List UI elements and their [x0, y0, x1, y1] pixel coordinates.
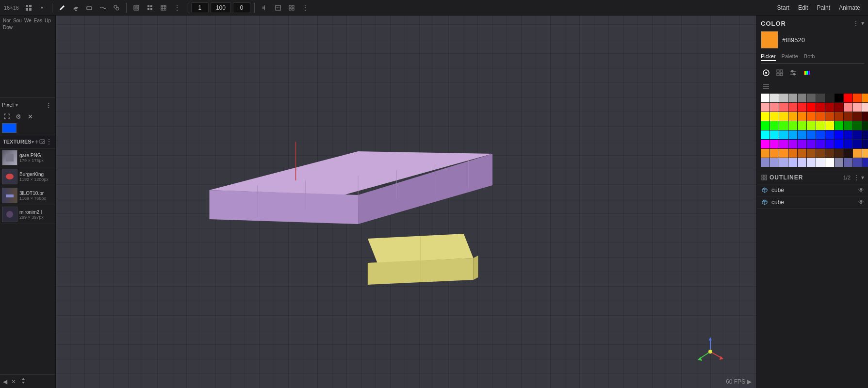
palette-cell[interactable] — [761, 121, 770, 130]
palette-cell[interactable] — [788, 140, 797, 148]
layout-icon[interactable] — [23, 2, 34, 14]
menu-paint[interactable]: Paint — [813, 3, 834, 12]
expand-btn[interactable] — [2, 112, 12, 121]
grid-btn[interactable] — [158, 2, 169, 14]
palette-cell[interactable] — [844, 112, 852, 121]
palette-cell[interactable] — [862, 130, 868, 139]
sidebar-close-btn[interactable]: ✕ — [11, 378, 16, 385]
outliner-item-2[interactable]: cube 👁 — [757, 196, 868, 209]
texture-item[interactable]: 3lLOT10.pr 1169 × 768px — [0, 186, 55, 205]
menu-start[interactable]: Start — [773, 3, 793, 12]
palette-cell[interactable] — [835, 94, 843, 102]
palette-cell[interactable] — [853, 158, 862, 167]
tab-picker[interactable]: Picker — [761, 53, 776, 61]
palette-cell[interactable] — [798, 121, 806, 130]
palette-cell[interactable] — [825, 149, 834, 158]
palette-cell[interactable] — [825, 112, 834, 121]
palette-cell[interactable] — [798, 94, 806, 102]
viewport-tab-nor[interactable]: Nor — [2, 17, 12, 24]
mask-tool-btn[interactable] — [131, 2, 142, 14]
draw-tool-btn[interactable] — [56, 2, 68, 14]
palette-cell[interactable] — [862, 112, 868, 121]
palette-cell[interactable] — [798, 112, 806, 121]
palette-cell[interactable] — [844, 158, 852, 167]
palette-cell[interactable] — [788, 121, 797, 130]
color-list-icon[interactable] — [761, 81, 771, 92]
palette-cell[interactable] — [788, 149, 797, 158]
extra-btn[interactable]: ⋮ — [299, 2, 311, 14]
palette-cell[interactable] — [770, 112, 779, 121]
palette-cell[interactable] — [844, 130, 852, 139]
palette-cell[interactable] — [816, 158, 825, 167]
clone-tool-btn[interactable] — [111, 2, 122, 14]
blend-input[interactable]: 0 — [233, 2, 250, 13]
palette-cell[interactable] — [844, 149, 852, 158]
textures-collapse[interactable]: ▾ — [32, 139, 34, 145]
palette-cell[interactable] — [816, 140, 825, 148]
palette-cell[interactable] — [835, 112, 843, 121]
palette-cell[interactable] — [825, 121, 834, 130]
palette-cell[interactable] — [816, 130, 825, 139]
palette-cell[interactable] — [761, 130, 770, 139]
palette-cell[interactable] — [807, 121, 816, 130]
palette-cell[interactable] — [770, 149, 779, 158]
palette-cell[interactable] — [779, 158, 788, 167]
color-spectrum-icon[interactable] — [802, 67, 812, 78]
palette-cell[interactable] — [816, 121, 825, 130]
texture-more-btn[interactable]: ⋮ — [46, 137, 52, 146]
palette-cell[interactable] — [853, 121, 862, 130]
palette-cell[interactable] — [835, 140, 843, 148]
palette-cell[interactable] — [807, 149, 816, 158]
palette-cell[interactable] — [770, 121, 779, 130]
palette-cell[interactable] — [807, 103, 816, 112]
palette-cell[interactable] — [788, 103, 797, 112]
palette-cell[interactable] — [770, 158, 779, 167]
palette-cell[interactable] — [853, 103, 862, 112]
sidebar-drag-icon[interactable] — [20, 377, 27, 386]
palette-cell[interactable] — [853, 149, 862, 158]
smear-tool-btn[interactable] — [97, 2, 109, 14]
palette-cell[interactable] — [816, 112, 825, 121]
erase-tool-btn[interactable] — [83, 2, 95, 14]
checker-btn[interactable] — [144, 2, 156, 14]
palette-cell[interactable] — [853, 140, 862, 148]
palette-cell[interactable] — [779, 130, 788, 139]
palette-cell[interactable] — [862, 158, 868, 167]
palette-cell[interactable] — [761, 149, 770, 158]
current-color-swatch[interactable] — [761, 31, 778, 48]
viewport-tab-sou[interactable]: Sou — [12, 17, 23, 24]
sidebar-arrow-left[interactable]: ◀ — [3, 378, 7, 385]
palette-cell[interactable] — [770, 103, 779, 112]
palette-cell[interactable] — [835, 121, 843, 130]
palette-cell[interactable] — [835, 130, 843, 139]
palette-cell[interactable] — [779, 112, 788, 121]
palette-cell[interactable] — [862, 140, 868, 148]
menu-edit[interactable]: Edit — [794, 3, 812, 12]
settings-btn[interactable]: ⚙ — [14, 112, 23, 121]
brush-size-input[interactable]: 1 — [191, 2, 209, 13]
palette-cell[interactable] — [761, 158, 770, 167]
view-dropdown[interactable]: ▾ — [36, 2, 48, 14]
palette-cell[interactable] — [835, 158, 843, 167]
add-texture-btn[interactable]: + — [35, 137, 39, 146]
palette-cell[interactable] — [770, 94, 779, 102]
viewport-tab-we[interactable]: We — [23, 17, 33, 24]
close-btn[interactable]: ✕ — [25, 112, 35, 121]
palette-cell[interactable] — [862, 103, 868, 112]
palette-cell[interactable] — [816, 94, 825, 102]
palette-cell[interactable] — [862, 121, 868, 130]
palette-cell[interactable] — [835, 103, 843, 112]
palette-cell[interactable] — [761, 94, 770, 102]
active-color-swatch[interactable] — [2, 123, 16, 133]
color-panel-more-btn[interactable]: ⋮ — [852, 19, 859, 27]
tab-palette[interactable]: Palette — [782, 53, 798, 61]
menu-animate[interactable]: Animate — [835, 3, 864, 12]
palette-cell[interactable] — [853, 94, 862, 102]
palette-cell[interactable] — [798, 103, 806, 112]
palette-cell[interactable] — [807, 94, 816, 102]
palette-cell[interactable] — [825, 158, 834, 167]
viewport[interactable]: 60 FPS ▶ — [56, 16, 756, 388]
palette-cell[interactable] — [761, 140, 770, 148]
palette-cell[interactable] — [825, 103, 834, 112]
palette-cell[interactable] — [853, 130, 862, 139]
